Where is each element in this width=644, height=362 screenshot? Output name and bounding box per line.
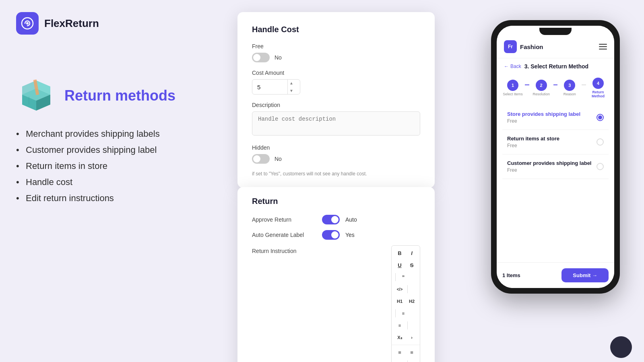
back-button[interactable]: ← Back [504, 64, 521, 69]
instruction-row: Return Instruction B I U S ” </> H1 H2 ≡… [252, 245, 420, 362]
hamburger-line-1 [599, 44, 607, 45]
phone-notch-bar [497, 26, 614, 37]
handle-cost-card: Handle Cost Free No Cost Amount 5 ▲ ▼ De… [237, 12, 435, 188]
method-price-1: Free [507, 118, 580, 124]
spinner-up[interactable]: ▲ [289, 79, 293, 87]
hidden-note: if set to "Yes", customers will not see … [252, 171, 420, 177]
phone-notch [539, 28, 572, 35]
auto-generate-row: Auto Generate Label Yes [252, 230, 420, 240]
section-title: Return methods [64, 87, 175, 104]
more-btn[interactable]: › [406, 332, 417, 343]
phone-bottom: 1 Items Submit → [497, 262, 614, 288]
method-price-2: Free [507, 143, 559, 148]
free-toggle[interactable] [252, 53, 270, 62]
phone-header: Fr Fashion [497, 37, 614, 58]
auto-label: Auto Generate Label [252, 232, 316, 238]
header: FlexReturn [16, 12, 99, 35]
step-label-1: Select Items [501, 92, 525, 96]
section-title-row: Return methods [16, 72, 201, 119]
strikethrough-btn[interactable]: S [406, 259, 417, 271]
hamburger-line-2 [599, 46, 607, 47]
phone-container: Fr Fashion ← Back 3. Select Return Metho… [491, 20, 620, 294]
quote-btn[interactable]: ” [398, 272, 409, 283]
ul-btn[interactable]: ≡ [394, 320, 405, 331]
method-name-3: Customer provides shipping label [507, 160, 591, 166]
phone-frame: Fr Fashion ← Back 3. Select Return Metho… [491, 20, 620, 294]
hidden-toggle-row: No [252, 154, 420, 164]
step-item-4: 4 Return Method [586, 78, 610, 98]
bullet-item-2: Customer provides shipping label [16, 145, 201, 155]
ol-btn[interactable]: ≡ [398, 308, 409, 319]
code-btn[interactable]: </> [394, 284, 405, 295]
underline-btn[interactable]: U [394, 259, 405, 271]
sep-4 [407, 321, 408, 329]
step-circle-2: 2 [536, 80, 547, 91]
step-label-2: Resolution [529, 92, 553, 96]
approve-label: Approve Return [252, 216, 316, 223]
back-arrow: ← [504, 64, 509, 69]
sep-5 [407, 360, 408, 362]
step-indicators: 1 Select Items 2 Resolution 3 Reason 4 R… [497, 74, 614, 103]
method-item-1[interactable]: Store provides shipping label Free [502, 105, 609, 130]
hidden-label: Hidden [252, 144, 420, 151]
hamburger-menu[interactable] [599, 44, 607, 49]
method-item-3[interactable]: Customer provides shipping label Free [502, 154, 609, 179]
step-line-3 [582, 84, 586, 85]
bold-btn[interactable]: B [394, 247, 405, 259]
approve-toggle[interactable] [322, 215, 340, 224]
phone-screen: Fr Fashion ← Back 3. Select Return Metho… [497, 26, 614, 288]
align-left-btn[interactable]: ≡ [394, 347, 405, 358]
brand-name: FlexReturn [44, 17, 99, 30]
step-circle-1: 1 [507, 80, 518, 91]
step-label-4: Return Method [586, 90, 610, 98]
box-icon [16, 72, 56, 113]
hidden-toggle[interactable] [252, 154, 270, 164]
hamburger-line-3 [599, 49, 607, 49]
cost-spinner[interactable]: ▲ ▼ [287, 79, 295, 95]
method-info-2: Return items at store Free [507, 136, 559, 148]
bullet-item-3: Return items in store [16, 161, 201, 171]
method-name-2: Return items at store [507, 136, 559, 142]
left-content: Return methods Merchant provides shippin… [16, 72, 201, 209]
phone-brand: Fr Fashion [504, 40, 543, 53]
radio-btn-3[interactable] [597, 163, 604, 170]
italic-btn[interactable]: I [406, 247, 417, 259]
sep-2 [407, 285, 408, 293]
cost-input[interactable]: 5 ▲ ▼ [252, 79, 300, 95]
back-label: Back [510, 64, 521, 69]
sub-btn[interactable]: X₂ [394, 332, 405, 343]
auto-toggle[interactable] [322, 230, 340, 240]
step-item-3: 3 Reason [557, 80, 582, 96]
radio-btn-2[interactable] [597, 138, 604, 146]
method-price-3: Free [507, 167, 591, 173]
description-label: Description [252, 102, 420, 108]
sep-1 [395, 273, 396, 281]
return-methods-list: Store provides shipping label Free Retur… [497, 103, 614, 181]
submit-button[interactable]: Submit → [561, 268, 609, 282]
approve-return-row: Approve Return Auto [252, 215, 420, 224]
handle-cost-title: Handle Cost [252, 25, 420, 34]
description-textarea[interactable] [252, 111, 420, 136]
align-center-btn[interactable]: ≡ [406, 347, 417, 358]
logo-box [16, 12, 39, 35]
free-label: Free [252, 43, 420, 49]
svg-point-1 [26, 22, 29, 25]
approve-value: Auto [345, 216, 357, 223]
cost-input-value: 5 [257, 84, 287, 90]
items-count: 1 Items [502, 272, 520, 278]
step-title: 3. Select Return Method [524, 63, 588, 70]
step-circle-4: 4 [592, 78, 604, 89]
phone-nav: ← Back 3. Select Return Method [497, 58, 614, 74]
indent-btn[interactable]: ↹ [394, 359, 405, 362]
bullet-item-1: Merchant provides shipping labels [16, 129, 201, 139]
toolbar-row-1: B I U S ” </> H1 H2 ≡ ≡ X₂ › [392, 246, 420, 345]
instruction-label: Return Instruction [252, 245, 316, 254]
method-item-2[interactable]: Return items at store Free [502, 130, 609, 154]
return-card: Return Approve Return Auto Auto Generate… [237, 187, 435, 362]
radio-btn-1[interactable] [597, 114, 604, 121]
free-toggle-row: No [252, 53, 420, 62]
spinner-down[interactable]: ▼ [289, 87, 293, 95]
h2-btn[interactable]: H2 [406, 296, 417, 307]
h1-btn[interactable]: H1 [394, 296, 405, 307]
step-item-1: 1 Select Items [501, 80, 525, 96]
